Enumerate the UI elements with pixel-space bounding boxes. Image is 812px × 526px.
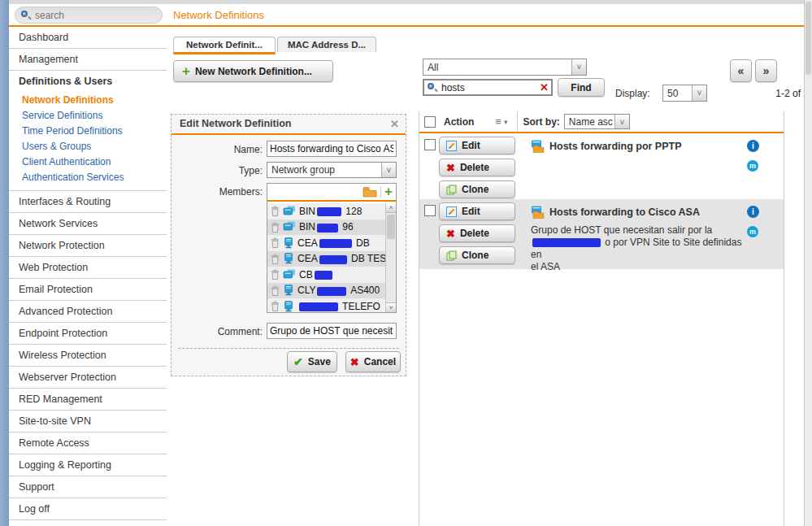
sidebar-item-time-period-definitions[interactable]: Time Period Definitions — [9, 124, 167, 139]
chevron-down-icon[interactable]: ˅ — [614, 115, 629, 128]
sidebar-item-client-authentication[interactable]: Client Authentication — [9, 154, 167, 170]
clear-search-icon[interactable]: ✕ — [540, 81, 549, 93]
select-all-checkbox[interactable] — [424, 116, 436, 128]
member-row[interactable]: TELEFO — [267, 298, 396, 312]
comment-field[interactable] — [267, 323, 397, 339]
list-search-input[interactable] — [441, 82, 540, 93]
add-member-icon[interactable]: + — [384, 186, 393, 198]
list-search-field[interactable]: ✕ — [423, 79, 553, 96]
sidebar-item-web-protection[interactable]: Web Protection — [9, 257, 167, 279]
redaction-block — [315, 271, 332, 280]
sidebar-item-advanced-protection[interactable]: Advanced Protection — [9, 301, 167, 323]
member-row[interactable]: CLY AS400 — [267, 283, 396, 299]
sidebar-item-logging-reporting[interactable]: Logging & Reporting — [9, 454, 167, 476]
trash-icon[interactable] — [271, 254, 280, 264]
trash-icon[interactable] — [271, 301, 280, 311]
sidebar-item-interfaces-routing[interactable]: Interfaces & Routing — [9, 191, 167, 213]
delete-button[interactable]: ✖ Delete — [439, 224, 515, 242]
cross-icon: ✖ — [350, 356, 359, 368]
trash-icon[interactable] — [271, 206, 280, 216]
network-group-folder-icon — [530, 140, 545, 153]
members-scrollbar[interactable]: ˄ ˅ — [385, 203, 396, 312]
find-button[interactable]: Find — [558, 78, 605, 97]
new-network-definition-button[interactable]: + New Network Definition... — [173, 60, 333, 82]
next-page-button[interactable]: » — [755, 59, 777, 82]
clone-button[interactable]: Clone — [439, 246, 515, 264]
row-checkbox[interactable] — [424, 139, 436, 150]
delete-label: Delete — [460, 162, 489, 173]
member-row[interactable]: BIN 128 — [267, 203, 396, 220]
sidebar: Dashboard Management Definitions & Users… — [9, 27, 167, 526]
sidebar-item-dashboard[interactable]: Dashboard — [9, 27, 167, 49]
info-icon[interactable]: i — [747, 140, 759, 152]
monitor-icon[interactable]: m — [747, 160, 758, 172]
member-row[interactable]: CEA DB — [267, 235, 396, 251]
sidebar-item-site-to-site-vpn[interactable]: Site-to-site VPN — [9, 411, 167, 433]
scroll-up-icon[interactable]: ˄ — [386, 203, 396, 213]
sidebar-item-remote-access[interactable]: Remote Access — [9, 433, 167, 454]
sidebar-item-webserver-protection[interactable]: Webserver Protection — [9, 367, 167, 389]
edit-button[interactable]: Edit — [439, 202, 515, 220]
chevron-down-icon[interactable]: ˅ — [571, 59, 586, 75]
filter-type-select[interactable]: All ˅ — [423, 59, 587, 76]
sidebar-item-email-protection[interactable]: Email Protection — [9, 279, 167, 301]
row-checkbox[interactable] — [424, 205, 436, 216]
batch-menu-icon[interactable]: ≡ — [495, 115, 502, 128]
display-label: Display: — [615, 88, 650, 99]
global-search[interactable] — [15, 7, 163, 24]
chevron-down-icon[interactable]: ˅ — [692, 85, 706, 101]
type-select[interactable]: Network group ˅ — [267, 162, 397, 178]
clone-button[interactable]: Clone — [439, 180, 515, 198]
sidebar-item-service-definitions[interactable]: Service Definitions — [9, 108, 167, 124]
sidebar-item-log-off[interactable]: Log off — [9, 498, 167, 520]
sidebar-item-management[interactable]: Management — [9, 49, 167, 71]
tab-network-definitions[interactable]: Network Definit... — [173, 37, 276, 54]
close-icon[interactable]: ✕ — [390, 118, 399, 130]
info-icon[interactable]: i — [747, 206, 759, 218]
sidebar-item-definitions-users[interactable]: Definitions & Users — [9, 71, 167, 93]
member-row[interactable]: CEA DB TES — [267, 251, 396, 267]
sidebar-item-wireless-protection[interactable]: Wireless Protection — [9, 345, 167, 367]
members-list: BIN 128 BIN 96 CEA DB CEA DB TES CB — [267, 203, 396, 312]
chevron-down-icon[interactable]: ˅ — [381, 163, 396, 177]
display-count-select[interactable]: 50 ˅ — [662, 85, 707, 102]
sidebar-item-network-services[interactable]: Network Services — [9, 213, 167, 235]
save-button[interactable]: ✔ Save — [287, 351, 337, 372]
prev-page-button[interactable]: « — [730, 59, 752, 82]
sidebar-item-red-management[interactable]: RED Management — [9, 389, 167, 411]
cancel-button[interactable]: ✖ Cancel — [345, 351, 401, 372]
name-label: Name: — [172, 144, 263, 155]
network-group-icon — [283, 206, 296, 217]
page-scrollbar[interactable] — [804, 0, 812, 526]
member-row[interactable]: CB — [267, 267, 396, 283]
global-search-input[interactable] — [35, 10, 149, 21]
edit-button[interactable]: Edit — [439, 137, 515, 154]
edit-icon — [446, 206, 457, 217]
clone-icon — [446, 185, 457, 195]
trash-icon[interactable] — [271, 269, 280, 280]
trash-icon[interactable] — [271, 222, 280, 233]
delete-button[interactable]: ✖ Delete — [439, 159, 515, 176]
filter-type-value: All — [423, 62, 571, 73]
scroll-down-icon[interactable]: ˅ — [386, 302, 396, 312]
member-row[interactable]: BIN 96 — [267, 220, 396, 236]
sidebar-item-network-protection[interactable]: Network Protection — [9, 235, 167, 257]
sidebar-item-endpoint-protection[interactable]: Endpoint Protection — [9, 323, 167, 345]
definition-row-pptp[interactable]: Edit ✖ Delete Clone Hosts forwarding por… — [419, 133, 784, 199]
name-field[interactable] — [267, 141, 397, 157]
scrollbar-thumb[interactable] — [805, 2, 811, 75]
sidebar-item-network-definitions[interactable]: Network Definitions — [9, 93, 167, 108]
tab-mac-address-definitions[interactable]: MAC Address D... — [277, 37, 376, 52]
definition-row-cisco-asa[interactable]: Edit ✖ Delete Clone Hosts forwarding to … — [419, 199, 784, 269]
trash-icon[interactable] — [271, 237, 280, 248]
sidebar-item-support[interactable]: Support — [9, 476, 167, 498]
redaction-block — [317, 287, 346, 296]
sidebar-item-users-groups[interactable]: Users & Groups — [9, 139, 167, 154]
monitor-icon[interactable]: m — [747, 226, 758, 237]
chevron-down-icon[interactable]: ▾ — [504, 118, 508, 126]
sort-select[interactable]: Name asc ˅ — [564, 114, 630, 129]
scrollbar-thumb[interactable] — [387, 215, 395, 239]
trash-icon[interactable] — [271, 285, 280, 296]
sidebar-item-authentication-services[interactable]: Authentication Services — [9, 170, 167, 185]
folder-icon[interactable] — [363, 186, 377, 198]
